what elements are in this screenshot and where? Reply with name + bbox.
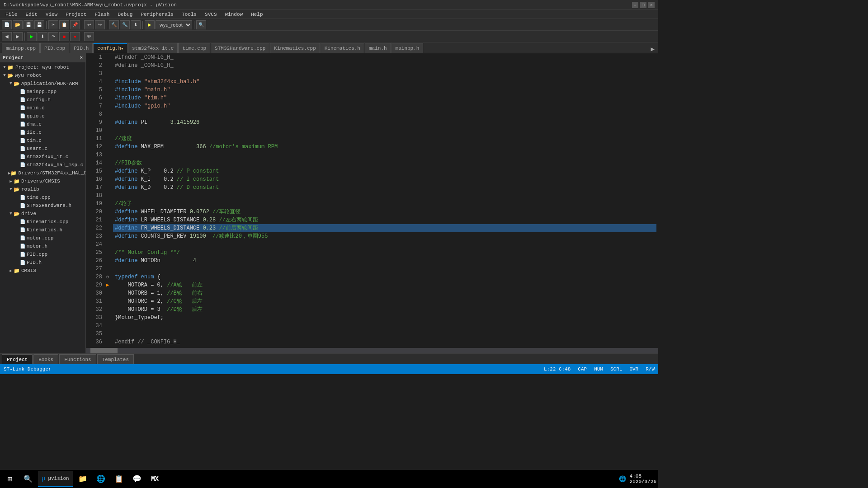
menu-item-view[interactable]: View	[42, 11, 61, 18]
tree-item-pid-cpp[interactable]: 📄PID.cpp	[0, 250, 85, 258]
code-line-33[interactable]: }Motor_TypeDef;	[113, 314, 656, 322]
code-line-2[interactable]: #define _CONFIG_H_	[113, 61, 656, 70]
code-line-24[interactable]	[113, 240, 656, 249]
menu-item-svcs[interactable]: SVCS	[201, 11, 220, 18]
code-line-14[interactable]: //PID参数	[113, 159, 656, 167]
target-dropdown[interactable]: wyu_robot	[156, 20, 192, 29]
copy-button[interactable]: 📋	[59, 20, 69, 29]
bottom-tab-functions[interactable]: Functions	[59, 354, 96, 364]
code-line-32[interactable]: MOTORD = 3 //D轮 后左	[113, 305, 656, 314]
tree-item-usart-c[interactable]: 📄usart.c	[0, 145, 85, 153]
bottom-tab-project[interactable]: Project	[2, 354, 33, 364]
code-line-22[interactable]: #define FR_WHEELS_DISTANCE 0.23 //前后两轮间距	[113, 224, 656, 232]
code-line-35[interactable]	[113, 330, 656, 338]
next-location-button[interactable]: ▶	[13, 32, 23, 41]
code-line-12[interactable]: #define MAX_RPM 366 //motor's maximum RP…	[113, 143, 656, 151]
save-all-button[interactable]: 💾	[34, 20, 44, 29]
code-line-34[interactable]	[113, 322, 656, 330]
code-line-15[interactable]: #define K_P 0.2 // P constant	[113, 167, 656, 175]
breakpoint-button[interactable]: ●	[70, 32, 80, 41]
tree-item-application-mdk-arm[interactable]: ▼📂Application/MDK-ARM	[0, 80, 85, 88]
step-button[interactable]: ⬇	[38, 32, 47, 41]
code-line-5[interactable]: #include "main.h"	[113, 86, 656, 94]
code-line-13[interactable]	[113, 151, 656, 159]
tree-item-mainpp-cpp[interactable]: 📄mainpp.cpp	[0, 88, 85, 96]
tree-item-time-cpp[interactable]: 📄time.cpp	[0, 193, 85, 202]
menu-item-help[interactable]: Help	[247, 11, 266, 18]
code-line-7[interactable]: #include "gpio.h"	[113, 102, 656, 110]
tree-item-stm32f4xx-hal-msp-c[interactable]: 📄stm32f4xx_hal_msp.c	[0, 161, 85, 169]
tree-item-pid-h[interactable]: 📄PID.h	[0, 258, 85, 267]
code-line-4[interactable]: #include "stm32f4xx_hal.h"	[113, 78, 656, 86]
tab-stm32f4xx-it-c[interactable]: stm32f4xx_it.c	[128, 43, 178, 53]
code-content[interactable]: #ifndef _CONFIG_H_#define _CONFIG_H_ #in…	[111, 53, 658, 348]
code-line-3[interactable]	[113, 70, 656, 78]
menu-item-file[interactable]: File	[2, 11, 21, 18]
menu-item-edit[interactable]: Edit	[22, 11, 41, 18]
code-line-6[interactable]: #include "tim.h"	[113, 94, 656, 102]
redo-button[interactable]: ↪	[95, 20, 105, 29]
tree-item-gpio-c[interactable]: 📄gpio.c	[0, 112, 85, 120]
undo-button[interactable]: ↩	[84, 20, 94, 29]
tree-item-kinematics-cpp[interactable]: 📄Kinematics.cpp	[0, 218, 85, 226]
code-line-27[interactable]	[113, 265, 656, 273]
debug-button[interactable]: ▶	[145, 20, 155, 29]
menu-item-flash[interactable]: Flash	[91, 11, 113, 18]
tab-main-h[interactable]: main.h	[365, 43, 391, 53]
build-button[interactable]: 🔨	[109, 20, 119, 29]
code-line-11[interactable]: //速度	[113, 135, 656, 143]
code-line-30[interactable]: MOTORB = 1, //B轮 前右	[113, 289, 656, 297]
stop-button[interactable]: ■	[59, 32, 69, 41]
tree-item-roslib[interactable]: ▼📂roslib	[0, 185, 85, 193]
cut-button[interactable]: ✂	[48, 20, 58, 29]
tab-kinematics-h[interactable]: Kinematics.h	[321, 43, 364, 53]
tree-item-tim-c[interactable]: 📄tim.c	[0, 136, 85, 145]
code-line-20[interactable]: #define WHEEL_DIAMETER 0.0762 //车轮直径	[113, 208, 656, 216]
close-button[interactable]: ×	[648, 2, 655, 8]
tree-item-drivers-stm32f4xx-hal-dri---[interactable]: ▶📁Drivers/STM32F4xx_HAL_Dri...	[0, 169, 85, 177]
tree-item-stm32hardware-h[interactable]: 📄STM32Hardware.h	[0, 202, 85, 210]
tab-pid-h[interactable]: PID.h	[70, 43, 93, 53]
tree-item-dma-c[interactable]: 📄dma.c	[0, 120, 85, 128]
maximize-button[interactable]: □	[640, 2, 646, 8]
tree-item-main-c[interactable]: 📄main.c	[0, 104, 85, 112]
code-line-19[interactable]: //轮子	[113, 200, 656, 208]
tree-item-kinematics-h[interactable]: 📄Kinematics.h	[0, 226, 85, 234]
code-line-18[interactable]	[113, 192, 656, 200]
bottom-tab-templates[interactable]: Templates	[97, 354, 134, 364]
tree-item-motor-h[interactable]: 📄motor.h	[0, 242, 85, 250]
code-line-28[interactable]: typedef enum {	[113, 273, 656, 281]
scrollbar-thumb[interactable]	[90, 348, 118, 353]
rebuild-button[interactable]: 🔧	[120, 20, 130, 29]
tree-project-root[interactable]: ▼📁Project: wyu_robot	[0, 63, 85, 71]
tree-item-motor-cpp[interactable]: 📄motor.cpp	[0, 234, 85, 242]
code-line-29[interactable]: MOTORA = 0, //A轮 前左	[113, 281, 656, 289]
menu-item-tools[interactable]: Tools	[178, 11, 200, 18]
code-line-21[interactable]: #define LR_WHEELS_DISTANCE 0.28 //左右两轮间距	[113, 216, 656, 224]
tab-mainpp-h[interactable]: mainpp.h	[392, 43, 424, 53]
tree-item-stm32f4xx-it-c[interactable]: 📄stm32f4xx_it.c	[0, 153, 85, 161]
code-line-25[interactable]: /** Motor Config **/	[113, 249, 656, 257]
tree-item-i2c-c[interactable]: 📄i2c.c	[0, 128, 85, 136]
tree-item-cmsis[interactable]: ▶📁CMSIS	[0, 267, 85, 275]
search-button[interactable]: 🔍	[196, 20, 206, 29]
tab-time-cpp[interactable]: time.cpp	[178, 43, 210, 53]
code-line-23[interactable]: #define COUNTS_PER_REV 19100 //减速比20，单圈9…	[113, 232, 656, 240]
menu-item-project[interactable]: Project	[62, 11, 90, 18]
download-button[interactable]: ⬇	[131, 20, 141, 29]
horizontal-scrollbar[interactable]	[86, 348, 658, 353]
open-button[interactable]: 📂	[13, 20, 23, 29]
tab-config-h[interactable]: config.h ●	[93, 43, 127, 53]
paste-button[interactable]: 📌	[70, 20, 80, 29]
code-line-26[interactable]: #define MOTORn 4	[113, 257, 656, 265]
save-button[interactable]: 💾	[24, 20, 33, 29]
code-line-36[interactable]: #endif // _CONFIG_H_	[113, 338, 656, 346]
code-line-16[interactable]: #define K_I 0.2 // I constant	[113, 175, 656, 183]
code-line-9[interactable]: #define PI 3.1415926	[113, 118, 656, 127]
new-file-button[interactable]: 📄	[2, 20, 12, 29]
minimize-button[interactable]: −	[632, 2, 638, 8]
close-sidebar-icon[interactable]: ×	[80, 55, 83, 61]
menu-item-debug[interactable]: Debug	[114, 11, 136, 18]
tree-item-drivers-cmsis[interactable]: ▶📁Drivers/CMSIS	[0, 177, 85, 185]
code-line-10[interactable]	[113, 127, 656, 135]
